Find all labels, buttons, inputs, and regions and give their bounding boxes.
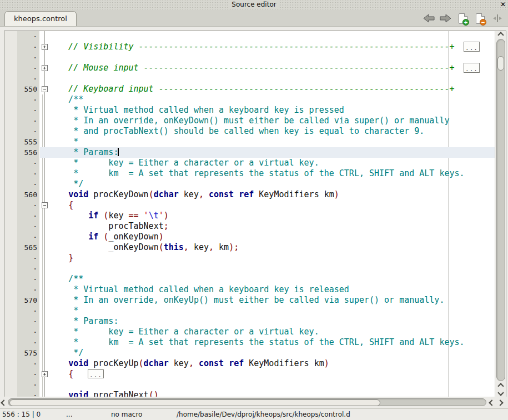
- horizontal-scroll-track[interactable]: [8, 398, 486, 406]
- code-rows[interactable]: ·· // Visibility -----------------------…: [4, 31, 495, 397]
- code-line[interactable]: · void procKeyUp(dchar key, const ref Ke…: [4, 358, 495, 369]
- code-line[interactable]: ·: [4, 379, 495, 390]
- code-line[interactable]: · * Virtual method called when a keyboar…: [4, 105, 495, 116]
- line-number: ·: [17, 211, 37, 221]
- code-line[interactable]: · {...: [4, 369, 495, 379]
- horizontal-scrollbar[interactable]: [0, 397, 508, 408]
- code-line[interactable]: ·: [4, 31, 495, 42]
- code-line[interactable]: 555 *: [4, 137, 495, 147]
- line-number: ·: [17, 316, 37, 327]
- code-text: }: [48, 253, 73, 263]
- line-number: 560: [17, 189, 37, 200]
- code-line[interactable]: · * Params:: [4, 316, 495, 327]
- code-line[interactable]: · if (_onKeyDown): [4, 232, 495, 242]
- code-line[interactable]: · * Virtual method called when a keyboar…: [4, 284, 495, 295]
- scroll-up-button[interactable]: [495, 32, 506, 38]
- horizontal-scroll-thumb[interactable]: [9, 399, 380, 406]
- code-text: _onKeyDown(this, key, km);: [48, 242, 239, 253]
- code-line[interactable]: · * key = Either a character or a virtua…: [4, 158, 495, 168]
- line-number: 570: [17, 295, 37, 306]
- source-editor-window: Source editor ✕ kheops.control +: [0, 0, 508, 420]
- tab-bar: kheops.control + −: [0, 10, 508, 27]
- line-number: ·: [17, 263, 37, 274]
- code-line[interactable]: · *: [4, 306, 495, 316]
- collapsed-fold-box[interactable]: ...: [464, 63, 480, 73]
- code-line[interactable]: · /**: [4, 94, 495, 105]
- line-number: ·: [17, 253, 37, 263]
- line-number: ·: [17, 116, 37, 126]
- code-text: * Virtual method called when a keyboard …: [48, 105, 344, 116]
- fold-expand-icon[interactable]: [42, 65, 48, 71]
- collapsed-fold-box[interactable]: ...: [88, 369, 104, 378]
- line-number: ·: [17, 52, 37, 63]
- scroll-left-button[interactable]: [0, 397, 7, 408]
- vertical-scroll-track[interactable]: [496, 39, 505, 381]
- splitter-icon: [493, 14, 502, 23]
- fold-collapse-icon[interactable]: [42, 86, 48, 92]
- code-line[interactable]: · * and procTabNext() should be called w…: [4, 126, 495, 137]
- code-line[interactable]: 560 void procKeyDown(dchar key, const re…: [4, 189, 495, 200]
- code-text: * Params:: [48, 316, 118, 327]
- code-text: {: [48, 369, 73, 379]
- close-window-icon[interactable]: ✕: [500, 1, 506, 9]
- line-number: 555: [17, 137, 37, 147]
- scroll-left-button-2[interactable]: [488, 397, 495, 408]
- code-text: void procKeyDown(dchar key, const ref Ke…: [48, 189, 339, 200]
- code-text: *: [48, 306, 78, 316]
- code-line[interactable]: · {: [4, 200, 495, 211]
- close-document-button[interactable]: −: [474, 13, 486, 24]
- code-text: * km = A set that represents the status …: [48, 337, 465, 348]
- code-text: * key = Either a character or a virtual …: [48, 327, 319, 337]
- code-line[interactable]: · * km = A set that represents the statu…: [4, 337, 495, 348]
- scroll-up-button-2[interactable]: [495, 383, 506, 389]
- tab-kheops-control[interactable]: kheops.control: [4, 11, 77, 26]
- code-text: // Keyboard input ----------------------…: [48, 84, 455, 94]
- previous-document-button[interactable]: [423, 13, 435, 24]
- code-line[interactable]: 565 _onKeyDown(this, key, km);: [4, 242, 495, 253]
- code-line[interactable]: ·: [4, 73, 495, 84]
- code-line[interactable]: 556 * Params:: [4, 147, 495, 158]
- line-number: ·: [17, 73, 37, 84]
- code-line[interactable]: · * km = A set that represents the statu…: [4, 168, 495, 179]
- fold-collapse-icon[interactable]: [42, 202, 48, 208]
- code-line[interactable]: · procTabNext;: [4, 221, 495, 232]
- code-line[interactable]: 570 * In an override, onKeyUp() must eit…: [4, 295, 495, 306]
- code-line[interactable]: · if (key == '\t'): [4, 211, 495, 221]
- detach-editor-button[interactable]: [491, 13, 504, 24]
- collapsed-fold-box[interactable]: ...: [464, 42, 480, 52]
- scroll-down-button[interactable]: [495, 389, 506, 396]
- code-line[interactable]: · /**: [4, 274, 495, 284]
- titlebar[interactable]: Source editor ✕: [0, 0, 508, 10]
- code-line[interactable]: 550 // Keyboard input ------------------…: [4, 84, 495, 94]
- code-line[interactable]: · // Mouse input -----------------------…: [4, 63, 495, 73]
- line-number: ·: [17, 284, 37, 295]
- status-bar: 556 : 15 | 0 ... no macro /home/basile/D…: [0, 408, 508, 420]
- code-editor[interactable]: ·· // Visibility -----------------------…: [4, 31, 506, 397]
- new-document-button[interactable]: +: [457, 13, 469, 24]
- code-line[interactable]: 575 */: [4, 348, 495, 358]
- line-number: ·: [17, 337, 37, 348]
- scroll-right-button[interactable]: [496, 397, 504, 408]
- document-add-icon: +: [459, 13, 467, 24]
- code-text: /**: [48, 274, 83, 284]
- next-document-button[interactable]: [440, 13, 452, 24]
- code-line[interactable]: · // Visibility ------------------------…: [4, 42, 495, 52]
- code-line[interactable]: · }: [4, 253, 495, 263]
- code-line[interactable]: ·: [4, 263, 495, 274]
- line-number: ·: [17, 126, 37, 137]
- code-line[interactable]: · */: [4, 179, 495, 189]
- code-text: */: [48, 348, 83, 358]
- line-number: ·: [17, 327, 37, 337]
- fold-expand-icon[interactable]: [42, 371, 48, 377]
- code-line[interactable]: ·: [4, 52, 495, 63]
- code-line[interactable]: · * key = Either a character or a virtua…: [4, 327, 495, 337]
- vertical-scroll-thumb[interactable]: [497, 56, 504, 71]
- document-remove-icon: −: [476, 13, 485, 24]
- code-line[interactable]: · * In an override, onKeyDown() must eit…: [4, 116, 495, 126]
- fold-expand-icon[interactable]: [42, 44, 48, 50]
- line-number: ·: [17, 158, 37, 168]
- vertical-scrollbar[interactable]: [495, 31, 506, 397]
- line-number: 565: [17, 242, 37, 253]
- code-text: void procKeyUp(dchar key, const ref KeyM…: [48, 358, 329, 369]
- line-number: ·: [17, 179, 37, 189]
